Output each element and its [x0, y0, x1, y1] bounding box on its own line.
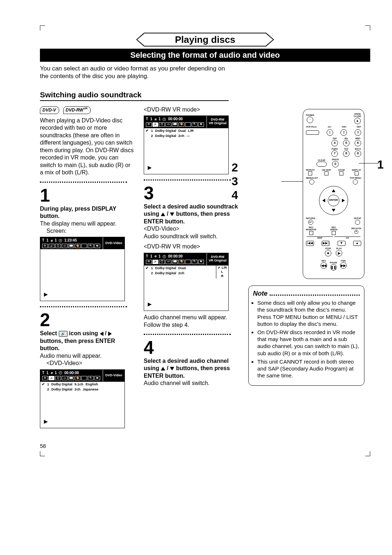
- dots-separator: [40, 306, 127, 307]
- display-button: DISPLAY: [352, 169, 361, 175]
- osd-panel-4: T1 ⌀1 00:00:00 ⟳🔊☐ ▭⌨🎨 🔍⇆ DVD-RW VR Orig…: [144, 253, 229, 311]
- play-button: ▶: [336, 250, 342, 256]
- audio-icon: 🔊: [59, 331, 68, 337]
- nav-ring: ENTER: [319, 186, 348, 215]
- down-arrow-icon: [170, 367, 174, 370]
- skip-fwd-button: ▶▶|: [322, 241, 330, 246]
- rev-button: ◀◀: [320, 262, 327, 269]
- mode-dvdv-label: <DVD-Video>: [40, 360, 134, 367]
- step-4-title: Select a desired audio channel using / b…: [144, 357, 239, 380]
- badge-dvdrw: DVD-RWVR: [63, 106, 91, 114]
- audio-list-dvdv: ✔ 1 Dolby Digital 5.1ch English 2 Dolby …: [40, 381, 124, 392]
- right-arrow-icon: [108, 332, 112, 336]
- chapter-tag: Playing discs: [136, 33, 274, 46]
- pause-button: ❚❚: [330, 264, 337, 271]
- nav-up-icon: [332, 189, 335, 192]
- step-2-number: 2: [40, 311, 134, 329]
- down-arrow-icon: [170, 212, 174, 216]
- step-3-title: Select a desired audio soundtrack using …: [144, 203, 239, 225]
- stop-button: ■: [325, 250, 331, 256]
- step-1-number: 1: [40, 186, 134, 204]
- key-3: 3: [355, 129, 361, 136]
- chapter-title: Playing discs: [144, 33, 266, 46]
- osd-panel-2: T 1 ⌀ 1 00:00:00 ⟳🔊☐ ▭⌨🎨 🔍⇆: [40, 369, 125, 428]
- page-number: 58: [40, 443, 370, 449]
- osd-panel-1: T 1 ⌀ 1 1:23:45 ⟳🔊☐ ▭⌨🎨 🔍⇆: [40, 237, 125, 301]
- up-arrow-icon: [161, 212, 165, 216]
- section-bar: Selecting the format of audio and video: [40, 49, 370, 62]
- power-button: POWER ·: [306, 114, 314, 123]
- badge-dvdv: DVD-V: [40, 106, 59, 114]
- section-paragraph: When playing a DVD-Video disc recorded w…: [40, 117, 134, 177]
- nav-left-icon: [322, 199, 325, 202]
- dots-separator: [144, 179, 231, 181]
- step-3-number: 3: [144, 184, 239, 202]
- dots-separator: [40, 182, 127, 183]
- up-arrow-icon: [161, 367, 165, 370]
- open-close-button: OPEN/ CLOSE ▲: [354, 113, 361, 124]
- ch-down-button: ▼: [338, 241, 346, 246]
- nav-down-icon: [332, 209, 335, 212]
- note-item: Some discs will only allow you to change…: [257, 299, 360, 327]
- step-4-number: 4: [144, 339, 239, 357]
- disc-badges: DVD-V DVD-RWVR: [40, 106, 134, 114]
- screen-label: Screen:: [40, 227, 134, 235]
- note-box: Note Some discs will only allow you to c…: [248, 285, 364, 386]
- osd-disc-type: DVD-Video: [103, 237, 124, 249]
- skip-back-button: |◀◀: [306, 241, 314, 246]
- dots-separator: [144, 334, 231, 335]
- remote-diagram: 1 POWER · OPEN/ CLOSE ▲ VCR Plus+: [303, 109, 364, 279]
- note-title: Note: [253, 289, 268, 298]
- step-2-title: Select 🔊 icon using / buttons, then pres…: [40, 330, 134, 352]
- fwd-button: ▶▶: [340, 262, 347, 269]
- intro-text: You can select an audio or video format …: [40, 65, 229, 80]
- step-1-body: The display menu will appear.: [40, 220, 134, 227]
- clock-icon: [59, 371, 62, 374]
- vcrplus-button: [306, 130, 319, 135]
- osd-panel-3: T1 ⌀1 00:00:00 ⟳🔊☐ ▭⌨🎨 🔍⇆ DVD-RW VR Orig…: [144, 116, 229, 174]
- note-item: On DVD-RW discs recorded in VR mode that…: [257, 329, 360, 357]
- left-arrow-icon: [100, 332, 103, 336]
- enter-button: ENTER: [328, 195, 339, 206]
- section-heading: Switching audio soundtrack: [40, 90, 229, 101]
- step-2-body: Audio menu will appear.: [40, 352, 134, 360]
- clock-icon: [59, 239, 62, 242]
- key-2: 2: [340, 129, 347, 136]
- step-1-title: During play, press DISPLAY button.: [40, 205, 134, 220]
- osd-icon-row: ⟳🔊☐ ▭⌨🎨 🔍⇆: [42, 244, 101, 248]
- callout-1: 1: [377, 157, 384, 172]
- callout-2: 2 3 4: [232, 161, 238, 202]
- mode-vr-top: <DVD-RW VR mode>: [144, 106, 239, 113]
- ch-up-button: ▲: [353, 241, 361, 246]
- nav-right-icon: [342, 199, 345, 202]
- note-item: This unit CANNOT record in both stereo a…: [257, 358, 360, 379]
- play-icon: ▶: [40, 289, 124, 301]
- key-1: 1: [327, 129, 333, 136]
